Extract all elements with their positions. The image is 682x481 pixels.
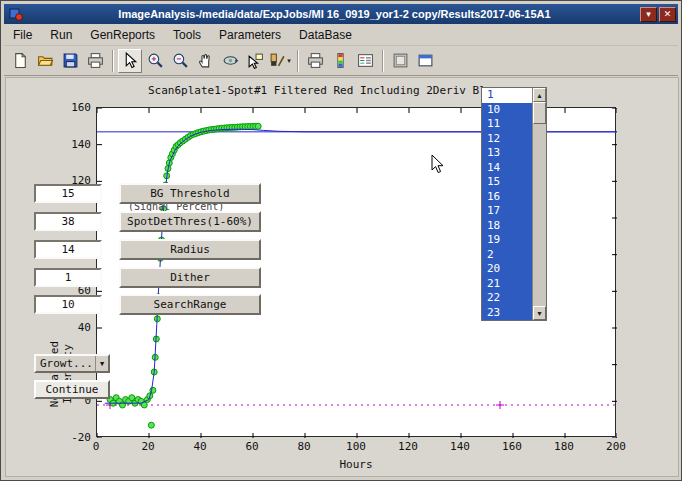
toolbar-zoom-in-button[interactable] [143, 49, 167, 73]
select-arrow-icon [122, 52, 139, 69]
plot-title: Scan6plate1-Spot#1 Filtered Red Includin… [148, 84, 486, 97]
x-tick-label: 20 [133, 440, 163, 453]
print-icon [87, 52, 104, 69]
x-tick-label: 160 [497, 440, 527, 453]
toolbar-pan-hand-button[interactable] [193, 49, 217, 73]
toolbar-select-arrow-button[interactable] [118, 49, 142, 73]
toolbar-separator [297, 50, 299, 72]
menu-database[interactable]: DataBase [290, 26, 361, 44]
spot-list-item[interactable]: 1 [482, 88, 534, 103]
spot-list-item[interactable]: 23 [482, 306, 534, 321]
spot-list-item[interactable]: 14 [482, 161, 534, 176]
toolbar-separator [112, 50, 114, 72]
spot-list-item[interactable]: 10 [482, 103, 534, 118]
spot-det-thres-button[interactable]: SpotDetThres(1-60%) [119, 211, 261, 232]
toolbar-insert-legend-button[interactable] [353, 49, 377, 73]
toolbar-print-button[interactable] [83, 49, 107, 73]
menu-parameters[interactable]: Parameters [210, 26, 290, 44]
toolbar-print-figure-button[interactable] [303, 49, 327, 73]
radius-button[interactable]: Radius [119, 239, 261, 260]
growth-dropdown-label: Growt... [36, 357, 95, 370]
toolbar-data-cursor-button[interactable] [243, 49, 267, 73]
growth-dropdown[interactable]: Growt...▼ [34, 354, 110, 373]
x-tick-label: 180 [549, 440, 579, 453]
menu-file[interactable]: File [4, 26, 41, 44]
zoom-out-icon [172, 52, 189, 69]
window-title: ImageAnalysis-/media/data/ExpJobs/MI 16_… [29, 8, 640, 20]
continue-button[interactable]: Continue [34, 380, 110, 399]
figure-area: Scan6plate1-Spot#1 Filtered Red Includin… [5, 77, 679, 477]
toolbar-zoom-out-button[interactable] [168, 49, 192, 73]
search-range-button[interactable]: SearchRange [119, 294, 261, 315]
menu-genreports[interactable]: GenReports [81, 26, 164, 44]
scroll-down-button[interactable]: ▼ [533, 306, 546, 320]
zoom-in-icon [147, 52, 164, 69]
new-document-icon [12, 52, 29, 69]
x-tick-label: 60 [237, 440, 267, 453]
scroll-up-button[interactable]: ▲ [533, 88, 546, 102]
dropdown-caret-icon: ▾ [287, 57, 291, 65]
toolbar-insert-colorbar-button[interactable] [328, 49, 352, 73]
menubar: FileRunGenReportsToolsParametersDataBase [4, 25, 678, 46]
spot-list-scrollbar[interactable]: ▲▼ [532, 88, 546, 320]
x-tick-label: 120 [393, 440, 423, 453]
rotate-3d-icon [222, 52, 239, 69]
toolbar-separator [382, 50, 384, 72]
spot-list-item[interactable]: 16 [482, 190, 534, 205]
bg-threshold-input[interactable] [34, 184, 102, 203]
app-window: ImageAnalysis-/media/data/ExpJobs/MI 16_… [0, 0, 682, 481]
toolbar: ▾ [4, 46, 678, 76]
x-tick-label: 40 [185, 440, 215, 453]
print-figure-icon [307, 52, 324, 69]
spot-list-item[interactable]: 17 [482, 204, 534, 219]
spot-list-item[interactable]: 15 [482, 175, 534, 190]
spot-list-item[interactable]: 13 [482, 146, 534, 161]
dither-button[interactable]: Dither [119, 267, 261, 288]
spot-list-item[interactable]: 11 [482, 117, 534, 132]
spot-list-item[interactable]: 19 [482, 233, 534, 248]
toolbar-brush-button[interactable]: ▾ [268, 49, 292, 73]
spot-list-item[interactable]: 20 [482, 262, 534, 277]
x-tick-label: 100 [341, 440, 371, 453]
toolbar-save-button[interactable] [58, 49, 82, 73]
spot-list-item[interactable]: 2 [482, 248, 534, 263]
app-icon [9, 7, 23, 21]
brush-icon [269, 52, 286, 69]
insert-colorbar-icon [332, 52, 349, 69]
dither-input[interactable] [34, 268, 102, 287]
spot-det-thres-input[interactable] [34, 212, 102, 231]
toolbar-open-folder-button[interactable] [33, 49, 57, 73]
menu-run[interactable]: Run [41, 26, 81, 44]
spot-list-item[interactable]: 22 [482, 291, 534, 306]
spot-number-list[interactable]: 110111213141516171819220212223▲▼ [481, 87, 547, 321]
search-range-input[interactable] [34, 295, 102, 314]
toolbar-rotate-3d-button[interactable] [218, 49, 242, 73]
scrollbar-thumb[interactable] [533, 102, 546, 124]
y-tick-label: 160 [57, 101, 91, 114]
close-button[interactable]: ✕ [659, 7, 676, 22]
x-tick-label: 200 [601, 440, 631, 453]
spot-list-item[interactable]: 18 [482, 219, 534, 234]
radius-input[interactable] [34, 240, 102, 259]
insert-legend-icon [357, 52, 374, 69]
menu-tools[interactable]: Tools [164, 26, 210, 44]
shade-button[interactable]: ▾ [640, 7, 657, 22]
save-icon [62, 52, 79, 69]
mouse-cursor [431, 154, 445, 174]
open-folder-icon [37, 52, 54, 69]
toolbar-new-document-button[interactable] [8, 49, 32, 73]
dock-figure-icon [417, 52, 434, 69]
data-cursor-icon [247, 52, 264, 69]
window-controls: ▾ ✕ [640, 7, 676, 22]
toolbar-dock-figure-button[interactable] [413, 49, 437, 73]
titlebar[interactable]: ImageAnalysis-/media/data/ExpJobs/MI 16_… [4, 4, 678, 24]
y-tick-label: 140 [57, 138, 91, 151]
bg-threshold-button[interactable]: BG Threshold [119, 183, 261, 204]
plot-tools-icon [392, 52, 409, 69]
x-tick-label: 80 [289, 440, 319, 453]
spot-list-item[interactable]: 21 [482, 277, 534, 292]
toolbar-plot-tools-button[interactable] [388, 49, 412, 73]
spot-list-item[interactable]: 12 [482, 132, 534, 147]
chevron-down-icon: ▼ [95, 356, 108, 371]
x-tick-label: 140 [445, 440, 475, 453]
